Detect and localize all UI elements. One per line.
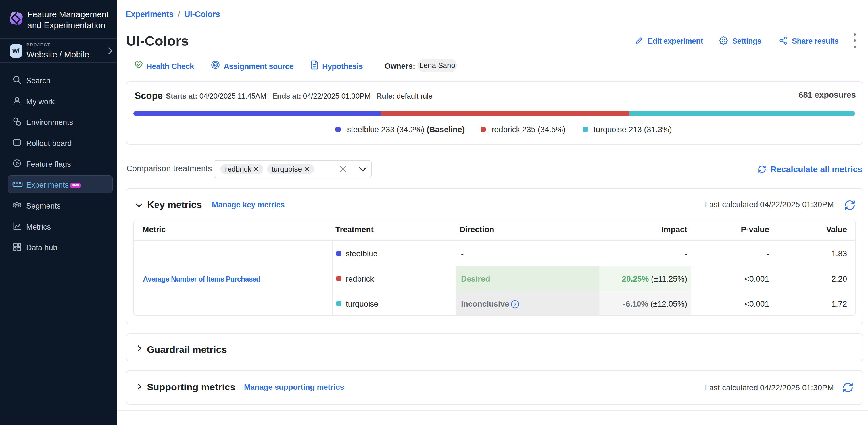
svg-text:?: ?	[514, 302, 516, 307]
